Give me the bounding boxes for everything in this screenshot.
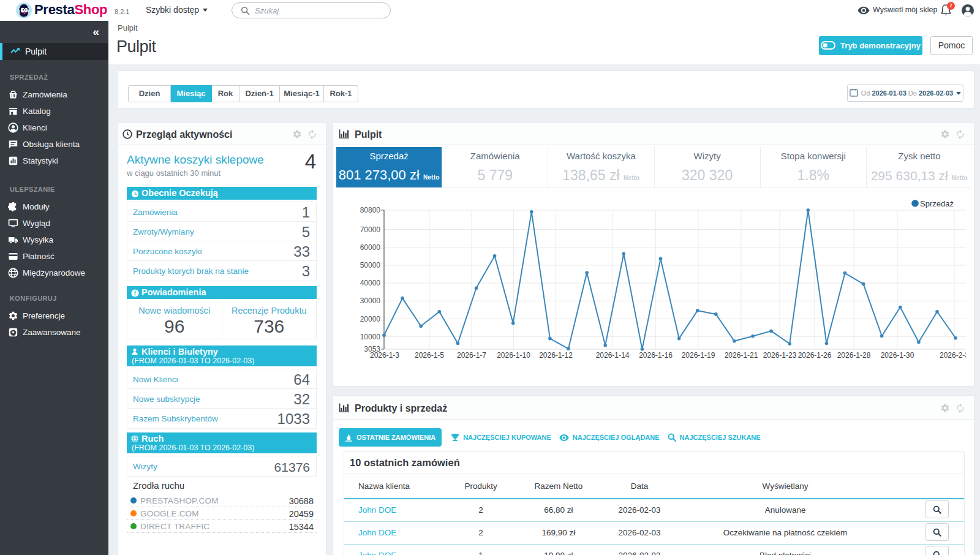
svg-text:40000: 40000 [360,279,381,287]
svg-text:2026-1-19: 2026-1-19 [682,351,715,360]
svg-text:30000: 30000 [360,296,381,305]
svg-text:2026-1-7: 2026-1-7 [457,351,486,360]
svg-text:2026-2-3: 2026-2-3 [940,351,966,360]
svg-text:2026-1-23: 2026-1-23 [763,351,797,360]
svg-text:2026-1-10: 2026-1-10 [497,351,530,360]
svg-text:50000: 50000 [360,261,381,270]
svg-text:2026-1-28: 2026-1-28 [837,351,871,360]
svg-text:10000: 10000 [360,333,381,341]
svg-text:Sprzedaż: Sprzedaż [920,199,954,208]
svg-text:2026-1-21: 2026-1-21 [725,351,758,360]
svg-text:2026-1-14: 2026-1-14 [596,351,630,360]
svg-text:2026-1-30: 2026-1-30 [881,351,914,360]
svg-text:20000: 20000 [360,315,381,323]
svg-text:2026-1-26: 2026-1-26 [798,351,832,360]
svg-text:2026-1-16: 2026-1-16 [639,351,673,360]
svg-text:2026-1-3: 2026-1-3 [370,351,399,360]
svg-text:2026-1-12: 2026-1-12 [539,351,573,360]
svg-text:2026-1-5: 2026-1-5 [415,351,444,360]
svg-text:70000: 70000 [360,225,381,234]
svg-text:80800: 80800 [360,206,381,214]
svg-text:60000: 60000 [360,243,381,252]
